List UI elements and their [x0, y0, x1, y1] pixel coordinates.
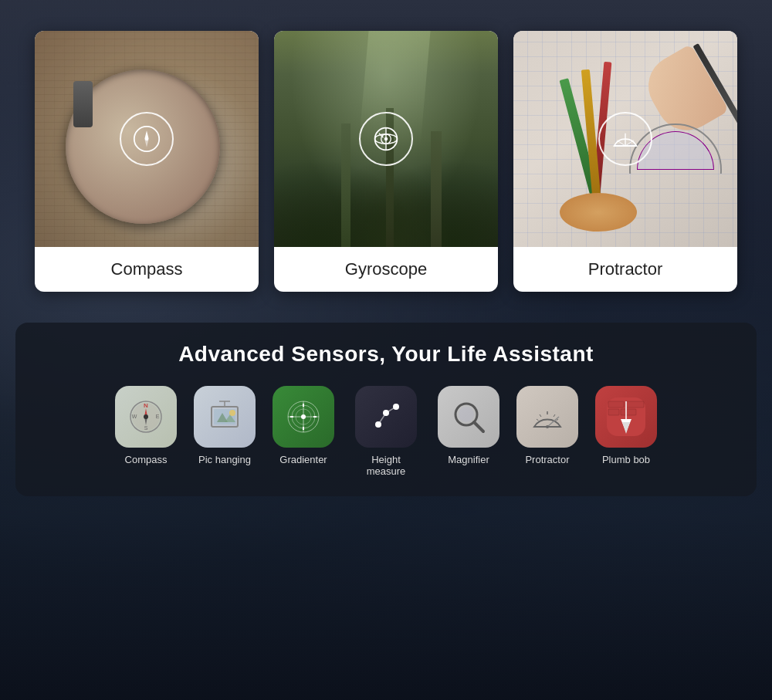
- tool-item-height-measure[interactable]: Height measure: [351, 386, 421, 477]
- tool-item-gradienter[interactable]: Gradienter: [273, 386, 334, 477]
- protractor-card[interactable]: Protractor: [513, 31, 737, 292]
- svg-point-46: [459, 407, 474, 422]
- protractor-icon-circle: [598, 112, 652, 166]
- tool-icon-protractor: [516, 386, 578, 448]
- tool-protractor2-icon: [528, 397, 567, 436]
- svg-point-3: [145, 137, 149, 141]
- tools-row: N S W E Compass: [39, 386, 733, 477]
- tool-icon-height-measure: [355, 386, 417, 448]
- tool-item-pic-hanging[interactable]: Pic hanging: [194, 386, 256, 477]
- tool-label-height-measure: Height measure: [351, 454, 421, 477]
- svg-rect-58: [625, 401, 644, 407]
- tool-item-plumb-bob[interactable]: Plumb bob: [595, 386, 657, 477]
- gyroscope-card[interactable]: Gyroscope: [274, 31, 498, 292]
- svg-point-35: [301, 414, 306, 419]
- gyroscope-card-label: Gyroscope: [274, 247, 498, 292]
- tool-height-measure-icon: [367, 397, 405, 436]
- tool-label-compass: Compass: [125, 454, 168, 465]
- svg-text:N: N: [144, 402, 148, 409]
- protractor-card-label: Protractor: [513, 247, 737, 292]
- svg-point-55: [546, 425, 549, 428]
- tool-item-magnifier[interactable]: Magnifier: [438, 386, 499, 477]
- compass-icon: [133, 125, 161, 153]
- tool-label-plumb-bob: Plumb bob: [602, 454, 650, 465]
- tool-gradienter-icon: [284, 397, 323, 436]
- tool-icon-gradienter: [273, 386, 334, 448]
- svg-line-12: [625, 140, 634, 146]
- svg-line-13: [617, 140, 625, 146]
- svg-line-52: [537, 419, 539, 421]
- svg-point-22: [144, 414, 148, 419]
- headline: Advanced Sensors, Your Life Assistant: [39, 342, 733, 367]
- gyroscope-icon: [372, 125, 400, 153]
- protractor-card-image: [513, 31, 737, 247]
- svg-text:E: E: [156, 414, 160, 419]
- compass-icon-circle: [120, 112, 174, 166]
- tool-icon-plumb-bob: [595, 386, 657, 448]
- tool-label-gradienter: Gradienter: [279, 454, 327, 465]
- svg-line-54: [547, 417, 559, 427]
- tool-icon-magnifier: [438, 386, 499, 448]
- gyroscope-icon-circle: [359, 112, 413, 166]
- svg-point-27: [229, 410, 235, 416]
- tool-icon-compass: N S W E: [115, 386, 177, 448]
- svg-rect-59: [608, 409, 619, 415]
- tool-label-magnifier: Magnifier: [448, 454, 489, 465]
- compass-card-label: Compass: [35, 247, 259, 292]
- tool-item-compass[interactable]: N S W E Compass: [115, 386, 177, 477]
- tool-item-protractor[interactable]: Protractor: [516, 386, 578, 477]
- tool-pic-hanging-icon: [205, 397, 244, 436]
- svg-rect-60: [621, 409, 636, 415]
- tool-label-pic-hanging: Pic hanging: [198, 454, 251, 465]
- protractor-icon: [611, 125, 639, 153]
- tool-plumb-bob-icon: [607, 397, 645, 436]
- svg-line-43: [378, 413, 386, 424]
- compass-card-image: [35, 31, 259, 247]
- feature-cards-section: Compass: [23, 31, 749, 292]
- gyroscope-card-image: [274, 31, 498, 247]
- tool-magnifier-icon: [449, 397, 488, 436]
- svg-line-47: [474, 422, 483, 431]
- tool-label-protractor: Protractor: [525, 454, 569, 465]
- svg-line-51: [554, 414, 555, 417]
- svg-point-8: [384, 137, 388, 141]
- svg-rect-57: [608, 401, 624, 407]
- svg-line-44: [386, 407, 396, 413]
- tool-icon-pic-hanging: [194, 386, 256, 448]
- svg-line-50: [540, 414, 541, 417]
- svg-text:W: W: [132, 414, 137, 419]
- content-wrapper: Compass: [0, 0, 772, 512]
- compass-card[interactable]: Compass: [35, 31, 259, 292]
- svg-text:S: S: [144, 425, 148, 431]
- bottom-section: Advanced Sensors, Your Life Assistant N …: [15, 323, 757, 496]
- tool-compass-icon: N S W E: [127, 397, 165, 436]
